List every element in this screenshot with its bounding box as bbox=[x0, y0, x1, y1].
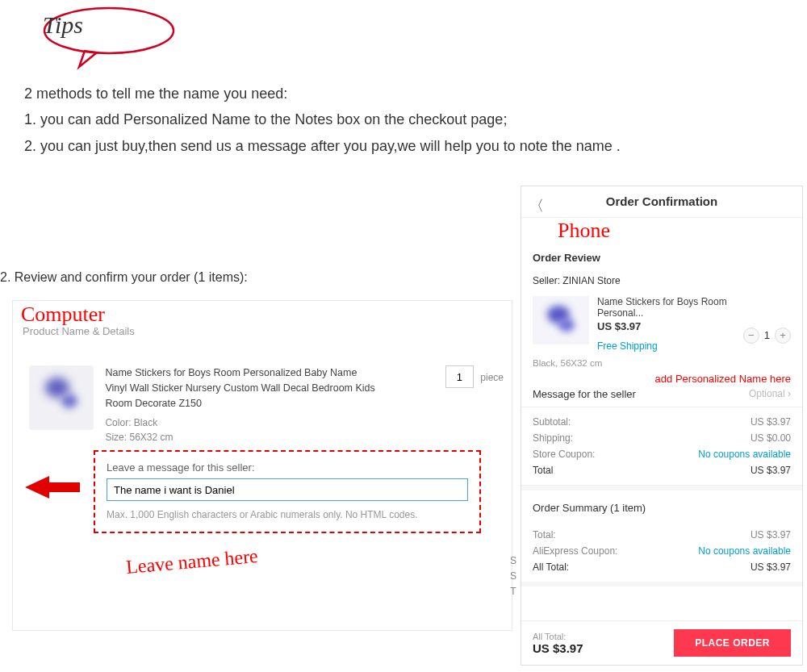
size-value: 56X32 cm bbox=[129, 432, 173, 443]
os-all-value: US $3.97 bbox=[751, 561, 791, 573]
os-all-label: All Total: bbox=[533, 561, 569, 573]
os-total-value: US $3.97 bbox=[751, 529, 791, 541]
qty-minus-button[interactable]: − bbox=[743, 328, 759, 344]
product-price: US $3.97 bbox=[597, 320, 735, 332]
panel-subtitle: Product Name & Details bbox=[23, 325, 135, 337]
price-summary: Subtotal:US $3.97 Shipping:US $0.00 Stor… bbox=[521, 407, 802, 486]
quantity-stepper: − 1 + bbox=[743, 319, 791, 352]
product-info: Name Stickers for Boys Room Personalized… bbox=[105, 365, 379, 445]
footer-all-value: US $3.97 bbox=[533, 641, 583, 655]
qty-value: 1 bbox=[764, 329, 770, 341]
instructions-block: 2 methods to tell me the name you need: … bbox=[24, 81, 621, 159]
tips-label: Tips bbox=[43, 11, 83, 39]
quantity-input[interactable] bbox=[445, 365, 474, 388]
computer-annotation: Computer bbox=[21, 303, 105, 327]
size-label: Size: bbox=[105, 432, 127, 443]
seller-row: Seller: ZINIAN Store bbox=[521, 267, 802, 291]
place-order-button[interactable]: PLACE ORDER bbox=[674, 629, 791, 657]
product-thumbnail bbox=[29, 365, 94, 430]
seller-name: ZINIAN Store bbox=[562, 275, 620, 286]
svg-marker-1 bbox=[25, 476, 80, 499]
product-thumbnail bbox=[533, 296, 589, 344]
message-seller-label: Message for the seller bbox=[533, 388, 636, 400]
product-name: Name Stickers for Boys Room Personalized… bbox=[105, 365, 379, 411]
page-title: Order Confirmation bbox=[606, 194, 717, 208]
phone-checkout-panel: 〈 Order Confirmation Phone Order Review … bbox=[521, 186, 803, 666]
os-ali-value[interactable]: No coupons available bbox=[698, 545, 791, 557]
phone-annotation: Phone bbox=[558, 219, 610, 243]
divider bbox=[521, 582, 802, 586]
message-seller-row[interactable]: Message for the seller Optional › bbox=[521, 385, 802, 407]
coupon-label: Store Coupon: bbox=[533, 449, 595, 460]
seller-label: Seller: bbox=[533, 275, 560, 286]
order-summary: Total:US $3.97 AliExpress Coupon:No coup… bbox=[521, 520, 802, 582]
leave-name-annotation: Leave name here bbox=[125, 545, 259, 578]
computer-checkout-panel: Computer Product Name & Details Name Sti… bbox=[12, 300, 512, 631]
total-label: Total bbox=[533, 465, 553, 476]
color-label: Color: bbox=[105, 417, 131, 428]
color-value: Black bbox=[134, 417, 157, 428]
footer-bar: All Total: US $3.97 PLACE ORDER bbox=[521, 620, 802, 665]
optional-label: Optional › bbox=[749, 388, 791, 400]
message-hint: Max. 1,000 English characters or Arabic … bbox=[107, 509, 468, 520]
phone-product-row: Name Stickers for Boys Room Personal... … bbox=[521, 291, 802, 358]
product-name: Name Stickers for Boys Room Personal... bbox=[597, 296, 735, 319]
instruction-line: 1. you can add Personalized Name to the … bbox=[24, 106, 621, 132]
order-summary-title: Order Summary (1 item) bbox=[521, 490, 802, 520]
shipping-text: Free Shipping bbox=[597, 340, 735, 352]
cutoff-letters: S S T bbox=[510, 553, 516, 600]
shipping-label: Shipping: bbox=[533, 432, 573, 444]
seller-message-box: Leave a message for this seller: Max. 1,… bbox=[94, 450, 481, 533]
review-step-header: 2. Review and confirm your order (1 item… bbox=[0, 270, 248, 285]
back-icon[interactable]: 〈 bbox=[529, 196, 544, 215]
qty-plus-button[interactable]: + bbox=[775, 328, 791, 344]
footer-all-label: All Total: bbox=[533, 632, 583, 641]
coupon-value[interactable]: No coupons available bbox=[698, 449, 791, 460]
os-ali-label: AliExpress Coupon: bbox=[533, 545, 617, 557]
instruction-line: 2. you can just buy,then send us a messa… bbox=[24, 133, 621, 159]
seller-message-input[interactable] bbox=[107, 478, 468, 501]
os-total-label: Total: bbox=[533, 529, 556, 541]
subtotal-label: Subtotal: bbox=[533, 416, 571, 428]
total-value: US $3.97 bbox=[751, 465, 791, 476]
product-row: Name Stickers for Boys Room Personalized… bbox=[29, 365, 505, 445]
subtotal-value: US $3.97 bbox=[751, 416, 791, 428]
shipping-value: US $0.00 bbox=[751, 432, 791, 444]
arrow-icon bbox=[25, 474, 82, 503]
add-name-annotation: add Personalized Name here bbox=[521, 373, 802, 385]
quantity-box: piece bbox=[445, 365, 504, 388]
product-attributes: Black, 56X32 cm bbox=[521, 358, 802, 373]
phone-header: 〈 Order Confirmation bbox=[521, 186, 802, 218]
instruction-line: 2 methods to tell me the name you need: bbox=[24, 81, 621, 106]
message-label: Leave a message for this seller: bbox=[107, 461, 468, 474]
quantity-unit: piece bbox=[480, 372, 504, 383]
